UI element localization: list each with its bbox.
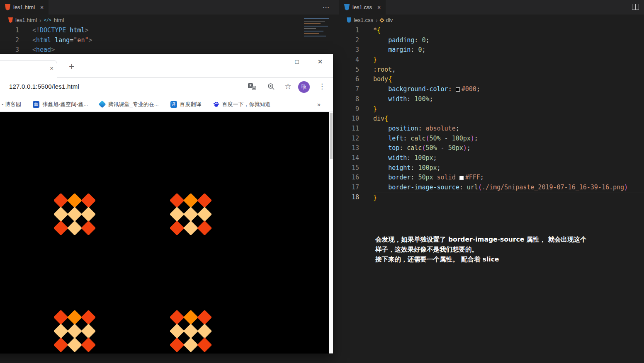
css-file-icon — [347, 17, 351, 23]
page-scrollbar[interactable] — [329, 112, 333, 353]
favicon: 译 — [170, 101, 177, 108]
browser-menu-icon[interactable]: ⋮ — [318, 82, 326, 91]
html-code-editor[interactable]: 1<!DOCTYPE html>2<html lang="en">3<head> — [0, 26, 339, 55]
close-button[interactable]: ✕ — [313, 56, 327, 67]
minimize-button[interactable]: ─ — [267, 56, 281, 67]
favicon — [99, 100, 106, 108]
code-line: 10div{ — [339, 114, 644, 124]
profile-avatar[interactable]: 耿 — [298, 81, 310, 93]
css-file-icon — [344, 4, 350, 10]
code-line: 2<html lang="en"> — [0, 36, 339, 46]
html-file-icon — [5, 4, 10, 10]
right-tab-bar: les1.css × — [339, 0, 644, 15]
browser-titlebar[interactable]: × + ─ □ ✕ — [0, 54, 333, 78]
tab-les1-css[interactable]: les1.css × — [339, 0, 386, 15]
symbol-div-icon — [379, 18, 384, 22]
chevron-right-icon: › — [39, 17, 41, 24]
scrollbar-thumb[interactable] — [330, 113, 333, 159]
note-line: 会发现，如果单独设置了 border-image-source 属性， 就会出现… — [375, 235, 586, 244]
code-line: 3 margin: 0; — [339, 45, 644, 55]
code-line: 15 height: 100px; — [339, 163, 644, 173]
bookmark-item[interactable]: 百度一下，你就知道 — [213, 101, 271, 108]
favicon: 鑫 — [33, 101, 39, 108]
symbol-html-icon: </> — [44, 18, 51, 22]
code-line: 2 padding: 0; — [339, 36, 644, 46]
code-line: 16 border: 50px solid #FFF; — [339, 173, 644, 183]
bookmark-label: 张鑫旭-鑫空间-鑫... — [42, 101, 88, 108]
breadcrumb-file[interactable]: les1.html — [15, 17, 37, 23]
code-line: 8 width: 100%; — [339, 94, 644, 104]
tab-label: les1.css — [352, 4, 372, 10]
zoom-icon[interactable] — [267, 82, 275, 92]
bookmarks-bar: - 博客园 鑫 张鑫旭-鑫空间-鑫... 腾讯课堂_专业的在... 译 百度翻译… — [0, 97, 333, 112]
bookmark-label: - 博客园 — [2, 101, 21, 108]
code-line: 9} — [339, 104, 644, 114]
tab-les1-html[interactable]: les1.html × — [0, 0, 49, 15]
chrome-window: × + ─ □ ✕ ↻ 127.0.0.1:5500/les1.html ☆ 耿… — [0, 54, 333, 353]
bookmark-star-icon[interactable]: ☆ — [284, 82, 292, 91]
code-line: 1<!DOCTYPE html> — [0, 26, 339, 36]
close-tab-icon[interactable]: × — [40, 4, 44, 11]
bookmarks-overflow-icon[interactable]: » — [317, 101, 321, 108]
border-image-corner — [170, 310, 211, 352]
code-line: 17 border-image-source: url(./img/Snipas… — [339, 183, 644, 193]
css-code-editor[interactable]: 1*{2 padding: 0;3 margin: 0;4}5:root,6bo… — [339, 26, 644, 202]
code-line: 5:root, — [339, 65, 644, 75]
border-image-corner — [54, 194, 95, 235]
favicon — [213, 101, 219, 107]
code-line: 1*{ — [339, 26, 644, 36]
bookmark-item[interactable]: 腾讯课堂_专业的在... — [100, 101, 158, 108]
address-bar[interactable]: ↻ 127.0.0.1:5500/les1.html ☆ 耿 ⋮ — [0, 78, 333, 97]
code-line: 7 background-color: #000; — [339, 85, 644, 94]
more-actions-icon[interactable]: ⋯ — [323, 3, 330, 11]
border-image-corner — [54, 310, 95, 352]
breadcrumb[interactable]: les1.html › </> html — [8, 15, 64, 26]
tab-close-icon[interactable]: × — [50, 65, 53, 72]
translate-icon[interactable] — [248, 82, 256, 92]
code-line: 18} — [339, 193, 644, 203]
tab-label: les1.html — [13, 4, 35, 10]
window-controls: ─ □ ✕ — [267, 56, 327, 67]
browser-viewport[interactable] — [0, 112, 333, 353]
code-line: 12 left: calc(50% - 100px); — [339, 134, 644, 144]
bookmark-label: 腾讯课堂_专业的在... — [108, 101, 158, 108]
bookmark-label: 百度一下，你就知道 — [222, 101, 271, 108]
note-line: 接下来的，还需要一个属性。 配合着 slice — [375, 254, 586, 264]
breadcrumb-symbol[interactable]: html — [54, 17, 64, 23]
bookmark-item[interactable]: - 博客园 — [2, 101, 21, 108]
maximize-button[interactable]: □ — [290, 56, 304, 67]
vscode-window: les1.html × ⋯ les1.html › </> html 1<!DO… — [0, 0, 644, 363]
code-line: 4} — [339, 55, 644, 65]
annotation-note: 会发现，如果单独设置了 border-image-source 属性， 就会出现… — [375, 235, 586, 264]
close-tab-icon[interactable]: × — [377, 4, 381, 11]
split-editor-icon[interactable] — [632, 4, 639, 10]
minimap[interactable] — [301, 17, 331, 55]
border-image-corner — [170, 194, 211, 235]
browser-tab[interactable]: × — [0, 60, 57, 78]
note-line: 样子，这效果好像不是我们想要的。 — [375, 244, 586, 254]
bookmark-label: 百度翻译 — [180, 101, 202, 108]
code-line: 6body{ — [339, 75, 644, 85]
url-text[interactable]: 127.0.0.1:5500/les1.html — [9, 83, 79, 90]
bookmark-item[interactable]: 译 百度翻译 — [170, 101, 202, 108]
breadcrumb-symbol[interactable]: div — [386, 17, 393, 23]
code-line: 11 position: absolute; — [339, 124, 644, 134]
bookmark-item[interactable]: 鑫 张鑫旭-鑫空间-鑫... — [33, 101, 88, 108]
code-line: 13 top: calc(50% - 50px); — [339, 143, 644, 153]
chevron-right-icon: › — [376, 17, 378, 24]
html-file-icon — [8, 17, 13, 23]
breadcrumb-file[interactable]: les1.css — [354, 17, 373, 23]
new-tab-button[interactable]: + — [69, 61, 74, 72]
left-tab-bar: les1.html × ⋯ — [0, 0, 339, 15]
breadcrumb[interactable]: les1.css › div — [347, 15, 393, 26]
code-line: 14 width: 100px; — [339, 153, 644, 163]
